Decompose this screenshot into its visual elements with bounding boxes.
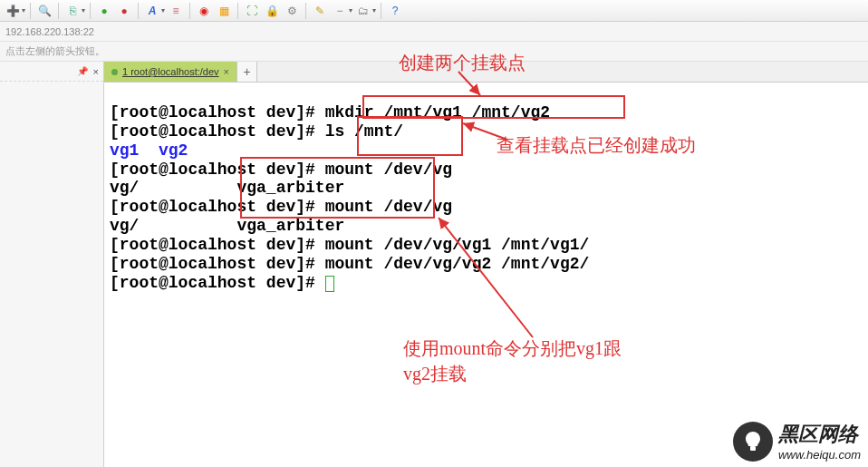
red-circle-icon[interactable]: ◉ (195, 2, 213, 20)
search-icon[interactable]: 🔍 (35, 2, 53, 20)
annotation-mount: 使用mount命令分别把vg1跟 vg2挂载 (403, 336, 622, 386)
address-bar: 192.168.220.138:22 (0, 22, 868, 42)
globe-red-icon[interactable]: ● (115, 2, 133, 20)
annotation-box-2 (357, 116, 463, 156)
globe-green-icon[interactable]: ● (95, 2, 113, 20)
help-icon[interactable]: ? (386, 2, 404, 20)
gear-icon[interactable]: ⚙ (283, 2, 301, 20)
term-line: [root@localhost dev]# mount /dev/vg/vg1 … (110, 236, 589, 254)
watermark-url: www.heiqu.com (778, 448, 861, 462)
minus-icon[interactable]: − (331, 2, 349, 20)
terminal[interactable]: [root@localhost dev]# mkdir /mnt/vg1 /mn… (104, 83, 868, 467)
side-pane: 📌 × (0, 62, 104, 467)
plus-icon[interactable]: ➕ (4, 2, 22, 20)
annotation-box-3 (240, 157, 435, 219)
font-icon[interactable]: A (143, 2, 161, 20)
svg-rect-3 (750, 446, 756, 451)
fullscreen-icon[interactable]: ⛶ (243, 2, 261, 20)
term-line: vg/ vga_arbiter (110, 217, 344, 235)
hint-text: 点击左侧的箭头按钮。 (5, 44, 105, 58)
address-text: 192.168.220.138:22 (5, 26, 94, 37)
snippet-icon[interactable]: ✎ (311, 2, 329, 20)
content-pane: 1 root@localhost:/dev × + [root@localhos… (104, 62, 868, 467)
folders-icon[interactable]: 🗂 (354, 2, 372, 20)
lines-icon[interactable]: ≡ (167, 2, 185, 20)
term-line: [root@localhost dev]# (110, 274, 334, 292)
cursor-icon (325, 276, 334, 292)
watermark-logo-icon (733, 422, 773, 462)
term-line: [root@localhost dev]# mount /dev/vg/vg2 … (110, 255, 589, 273)
sidepane-close-icon[interactable]: × (93, 66, 99, 77)
tab-close-icon[interactable]: × (224, 66, 229, 77)
lock-icon[interactable]: 🔒 (263, 2, 281, 20)
annotation-verify: 查看挂载点已经创建成功 (497, 133, 696, 158)
tab-terminal[interactable]: 1 root@localhost:/dev × (104, 62, 237, 82)
status-dot-icon (111, 69, 118, 75)
watermark: 黑区网络 www.heiqu.com (733, 421, 861, 462)
tab-label: 1 root@localhost:/dev (122, 66, 219, 77)
orange-box-icon[interactable]: ▦ (215, 2, 233, 20)
term-line: vg1 vg2 (110, 141, 188, 160)
copy-icon[interactable]: ⎘ (63, 2, 82, 20)
watermark-title: 黑区网络 (778, 421, 861, 448)
toolbar: ➕▾ 🔍 ⎘▾ ● ● A▾ ≡ ◉ ▦ ⛶ 🔒 ⚙ ✎ −▾ 🗂▾ ? (0, 0, 868, 22)
pin-icon[interactable]: 📌 (77, 66, 88, 76)
annotation-create: 创建两个挂载点 (399, 51, 526, 75)
tab-add-button[interactable]: + (237, 62, 257, 82)
